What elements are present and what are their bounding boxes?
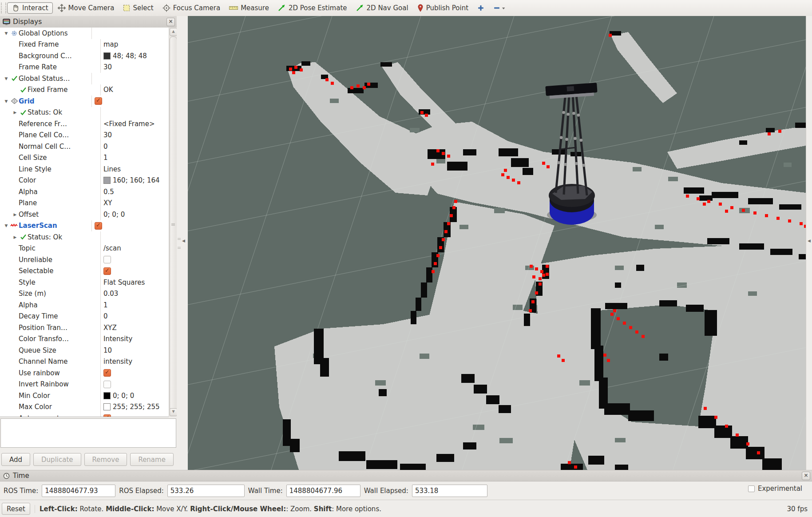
expander-open-icon[interactable]: ▼ (3, 223, 10, 228)
right-splitter[interactable]: ◀ (806, 16, 812, 470)
tree-row[interactable]: Color160; 160; 164 (0, 175, 169, 187)
property-value[interactable]: 30 (103, 131, 112, 139)
property-value[interactable]: 0.5 (103, 188, 114, 196)
tree-row[interactable]: Reference Fr…<Fixed Frame> (0, 118, 169, 130)
left-splitter[interactable]: ◀ (177, 16, 188, 470)
scroll-down-icon[interactable]: ▼ (170, 408, 177, 416)
tree-row[interactable]: ▼Global Options (0, 28, 169, 39)
color-swatch[interactable] (103, 52, 111, 60)
expander-closed-icon[interactable]: ▶ (12, 235, 19, 239)
toolbar-item-move-camera[interactable]: Move Camera (54, 3, 119, 13)
add-button[interactable]: Add (1, 453, 30, 466)
tree-row[interactable]: ▶Status: Ok (0, 231, 169, 243)
tree-row[interactable]: Alpha0.5 (0, 186, 169, 198)
tree-row[interactable]: ▼LaserScan (0, 220, 169, 232)
experimental-option[interactable]: Experimental (748, 485, 802, 493)
rename-button[interactable]: Rename (130, 453, 174, 466)
tree-row[interactable]: Color Transfo…Intensity (0, 334, 169, 345)
toolbar-item-2d-nav-goal[interactable]: 2D Nav Goal (352, 3, 412, 13)
property-value[interactable]: 0; 0; 0 (113, 392, 134, 400)
toolbar-item-add-tool[interactable] (473, 3, 488, 13)
time-field-input[interactable]: 533.26 (167, 485, 245, 497)
property-checkbox[interactable] (103, 369, 111, 377)
toolbar-grip[interactable] (1, 3, 6, 13)
property-value[interactable]: 0; 0; 0 (103, 211, 125, 219)
property-value[interactable]: 0.03 (103, 290, 118, 298)
tree-row[interactable]: Cell Size1 (0, 152, 169, 164)
expander-closed-icon[interactable]: ▶ (12, 110, 19, 115)
render-viewport-3d[interactable] (188, 16, 806, 470)
tree-row[interactable]: StyleFlat Squares (0, 277, 169, 288)
property-checkbox[interactable] (103, 256, 111, 263)
toolbar-item-interact[interactable]: Interact (7, 2, 53, 14)
tree-row[interactable]: ▼Global Status… (0, 73, 169, 84)
property-value[interactable]: 30 (103, 63, 112, 71)
remove-button[interactable]: Remove (84, 453, 127, 466)
tree-row[interactable]: Queue Size10 (0, 345, 169, 356)
tree-row[interactable]: Plane Cell Co…30 (0, 130, 169, 141)
toolbar-item-2d-pose-estimate[interactable]: 2D Pose Estimate (274, 3, 351, 13)
property-value[interactable]: XYZ (103, 324, 117, 332)
tree-row[interactable]: Size (m)0.03 (0, 288, 169, 300)
experimental-checkbox[interactable] (748, 485, 755, 492)
tree-row[interactable]: Topic/scan (0, 243, 169, 255)
property-value[interactable]: 255; 255; 255 (113, 403, 160, 411)
property-value[interactable]: <Fixed Frame> (103, 120, 155, 128)
tree-row[interactable]: Position Tran…XYZ (0, 322, 169, 334)
property-value[interactable]: map (103, 40, 118, 48)
tree-row[interactable]: Line StyleLines (0, 163, 169, 175)
property-checkbox[interactable] (103, 414, 111, 417)
close-icon[interactable]: × (166, 18, 175, 26)
property-value[interactable]: /scan (103, 244, 121, 252)
property-value[interactable]: Flat Squares (103, 278, 145, 286)
scroll-up-icon[interactable]: ▲ (170, 28, 177, 36)
tree-row[interactable]: Channel Nameintensity (0, 356, 169, 368)
toolbar-item-select[interactable]: Select (119, 3, 157, 13)
collapse-right-icon[interactable]: ◀ (808, 239, 811, 243)
property-checkbox[interactable] (103, 267, 111, 275)
tree-row[interactable]: Min Color0; 0; 0 (0, 390, 169, 402)
tree-row[interactable]: ▶Offset0; 0; 0 (0, 209, 169, 220)
expander-open-icon[interactable]: ▼ (3, 99, 10, 103)
tree-row[interactable]: Normal Cell C…0 (0, 141, 169, 152)
time-field-input[interactable]: 533.18 (412, 485, 487, 497)
tree-row[interactable]: Frame Rate30 (0, 62, 169, 73)
tree-row[interactable]: Invert Rainbow (0, 379, 169, 390)
toolbar-item-publish-point[interactable]: Publish Point (413, 3, 472, 13)
property-value[interactable]: 48; 48; 48 (113, 52, 147, 60)
tree-row[interactable]: ▼Grid (0, 95, 169, 107)
duplicate-button[interactable]: Duplicate (33, 453, 81, 466)
property-value[interactable]: Intensity (103, 335, 132, 343)
color-swatch[interactable] (103, 392, 111, 399)
property-value[interactable]: 0 (103, 143, 108, 151)
reset-button[interactable]: Reset (2, 503, 30, 515)
expander-open-icon[interactable]: ▼ (3, 31, 10, 36)
expander-closed-icon[interactable]: ▶ (12, 212, 19, 217)
tree-row[interactable]: Max Color255; 255; 255 (0, 402, 169, 413)
tree-row[interactable]: Fixed FrameOK (0, 84, 169, 96)
splitter-grip[interactable] (178, 238, 181, 249)
toolbar-item-remove-tool[interactable] (489, 3, 510, 13)
toolbar-item-measure[interactable]: Measure (225, 3, 273, 13)
tree-scrollbar[interactable]: ▲ ▼ (169, 28, 177, 417)
close-icon[interactable]: × (802, 472, 810, 480)
property-checkbox[interactable] (95, 222, 102, 230)
tree-row[interactable]: Use rainbow (0, 367, 169, 379)
toolbar-item-focus-camera[interactable]: Focus Camera (158, 3, 224, 13)
tree-row[interactable]: Unreliable (0, 254, 169, 266)
tree-row[interactable]: Alpha1 (0, 299, 169, 311)
property-value[interactable]: 10 (103, 346, 112, 354)
tree-row[interactable]: Selectable (0, 266, 169, 277)
tree-row[interactable]: ▶Status: Ok (0, 107, 169, 119)
tree-row[interactable]: Decay Time0 (0, 311, 169, 322)
property-value[interactable]: 160; 160; 164 (113, 176, 160, 184)
property-value[interactable]: 0 (103, 312, 108, 320)
expander-open-icon[interactable]: ▼ (3, 76, 10, 81)
collapse-left-icon[interactable]: ◀ (182, 239, 185, 243)
property-value[interactable]: Lines (103, 165, 121, 173)
property-checkbox[interactable] (103, 381, 111, 388)
property-value[interactable]: XY (103, 199, 112, 207)
tree-row[interactable]: Autocompute… (0, 413, 169, 417)
time-field-input[interactable]: 1488804677.96 (286, 485, 360, 497)
color-swatch[interactable] (103, 403, 111, 410)
